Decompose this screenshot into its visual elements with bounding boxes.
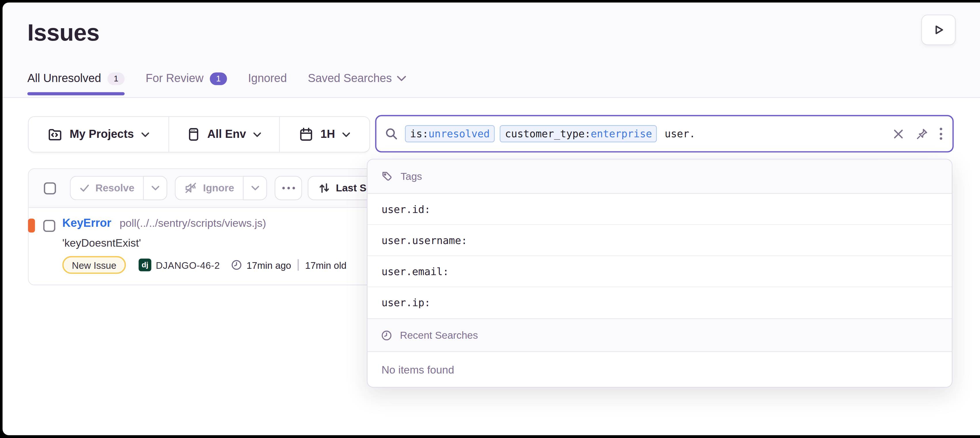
issue-checkbox[interactable] [43, 220, 55, 232]
folder-code-icon [48, 127, 63, 142]
search-options-button[interactable] [940, 128, 942, 140]
chevron-down-icon [251, 186, 259, 191]
x-icon [893, 128, 904, 140]
tab-label: Ignored [248, 71, 287, 85]
issue-short-id: DJANGO-46-2 [156, 260, 220, 270]
check-icon [80, 183, 89, 193]
resolve-button[interactable]: Resolve [70, 176, 143, 200]
time-range-filter-label: 1H [321, 128, 335, 141]
ignore-dropdown-button[interactable] [243, 176, 267, 200]
arrows-up-down-icon [319, 182, 330, 194]
play-icon [932, 24, 945, 36]
ignore-label: Ignore [203, 182, 234, 194]
chevron-down-icon [151, 186, 159, 191]
tag-suggestion-user-ip[interactable]: user.ip: [368, 287, 952, 318]
filter-bar: My Projects All Env 1H [28, 116, 370, 152]
mute-icon [185, 182, 197, 194]
chevron-down-icon [342, 132, 350, 137]
more-actions-button[interactable] [275, 176, 302, 200]
no-items-found-message: No items found [368, 352, 952, 388]
tags-header-label: Tags [401, 171, 422, 182]
clock-icon [381, 330, 392, 341]
window-icon [187, 127, 200, 142]
new-issue-badge: New Issue [62, 256, 126, 274]
issue-last-seen: 17min ago [247, 260, 291, 270]
tag-suggestion-user-id[interactable]: user.id: [368, 194, 952, 225]
search-input[interactable]: is:unresolved customer_type:enterprise u… [375, 115, 954, 152]
tag-suggestion-user-email[interactable]: user.email: [368, 256, 952, 287]
issue-title-link[interactable]: KeyError [62, 217, 111, 230]
clear-search-button[interactable] [893, 128, 904, 140]
ignore-button[interactable]: Ignore [175, 176, 243, 200]
tab-label: Saved Searches [308, 71, 392, 85]
resolve-label: Resolve [95, 182, 135, 194]
tab-bar: All Unresolved 1 For Review 1 Ignored Sa… [27, 71, 406, 97]
issue-title-line: KeyError poll(../../sentry/scripts/views… [62, 217, 266, 230]
project-filter-label: My Projects [70, 128, 134, 141]
tab-count-badge: 1 [107, 72, 125, 85]
time-divider [298, 259, 299, 271]
calendar-icon [299, 127, 313, 142]
issue-meta-row: New Issue dj DJANGO-46-2 17min ago 17min… [62, 256, 347, 274]
tab-for-review[interactable]: For Review 1 [146, 71, 227, 97]
resolve-dropdown-button[interactable] [143, 176, 168, 200]
issue-message: 'keyDoesntExist' [62, 237, 141, 250]
select-all-checkbox[interactable] [44, 182, 56, 194]
pin-search-button[interactable] [915, 127, 928, 140]
project-filter-dropdown[interactable]: My Projects [29, 117, 169, 152]
issues-app: Issues All Unresolved 1 For Review 1 Ign… [3, 3, 980, 435]
chevron-down-icon [253, 132, 261, 137]
tab-ignored[interactable]: Ignored [248, 71, 287, 97]
django-project-icon: dj [138, 259, 151, 271]
kebab-icon [940, 128, 942, 140]
error-level-indicator [28, 218, 35, 233]
replay-button[interactable] [921, 15, 956, 45]
tab-count-badge: 1 [210, 72, 227, 85]
token-key: customer_type: [505, 128, 591, 140]
tags-section-header: Tags [368, 159, 952, 194]
search-typed-text: user. [665, 128, 695, 140]
ellipsis-icon [282, 187, 295, 189]
search-autocomplete-dropdown: Tags user.id: user.username: user.email:… [367, 159, 952, 388]
recent-searches-header-label: Recent Searches [400, 330, 478, 341]
page-title: Issues [27, 19, 99, 46]
clock-icon [231, 259, 242, 271]
tag-suggestion-user-username[interactable]: user.username: [368, 225, 952, 256]
pin-icon [915, 127, 928, 140]
tab-label: For Review [146, 71, 204, 85]
token-value: unresolved [428, 128, 490, 140]
environment-filter-dropdown[interactable]: All Env [169, 117, 279, 152]
chevron-down-icon [141, 132, 149, 137]
issue-age: 17min old [305, 260, 347, 270]
recent-searches-section-header: Recent Searches [368, 318, 952, 352]
tab-saved-searches[interactable]: Saved Searches [308, 71, 406, 97]
tag-icon [381, 170, 393, 182]
issue-culprit: poll(../../sentry/scripts/views.js) [119, 217, 266, 230]
search-token-status[interactable]: is:unresolved [405, 125, 495, 143]
tab-all-unresolved[interactable]: All Unresolved 1 [27, 71, 125, 97]
environment-filter-label: All Env [207, 128, 246, 141]
chevron-down-icon [397, 76, 406, 81]
page-header: Issues All Unresolved 1 For Review 1 Ign… [3, 3, 980, 98]
time-range-filter-dropdown[interactable]: 1H [279, 117, 369, 152]
search-icon [385, 127, 398, 140]
search-token-customer-type[interactable]: customer_type:enterprise [500, 125, 657, 143]
tab-label: All Unresolved [27, 71, 101, 85]
token-value: enterprise [591, 128, 652, 140]
page: Issues All Unresolved 1 For Review 1 Ign… [0, 0, 980, 438]
token-key: is: [410, 128, 428, 140]
search-actions [893, 127, 942, 140]
